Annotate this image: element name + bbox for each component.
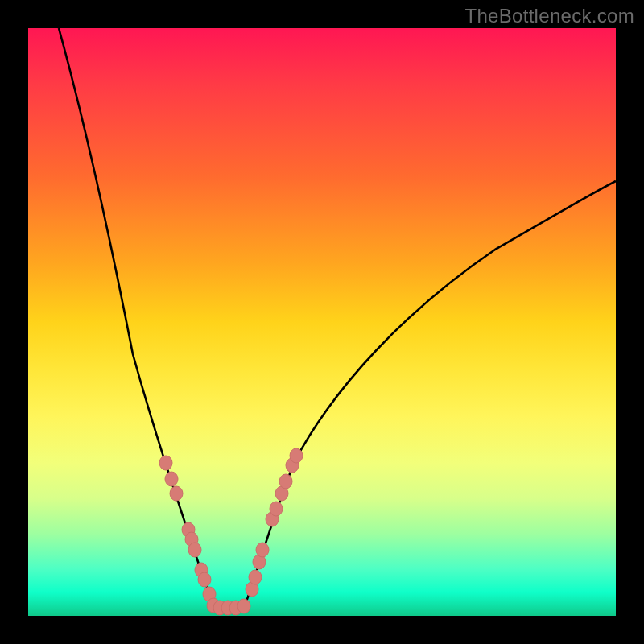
marker-dot <box>207 598 220 613</box>
marker-dot <box>213 601 226 615</box>
curve-valley-floor <box>215 608 244 610</box>
plot-area <box>28 28 616 616</box>
marker-dot <box>253 555 266 569</box>
marker-dot <box>275 486 288 501</box>
marker-dot <box>188 543 201 557</box>
marker-dot <box>229 601 242 615</box>
marker-dot <box>249 570 262 584</box>
marker-layer <box>159 448 303 615</box>
marker-dot <box>195 563 208 577</box>
marker-dot <box>198 572 211 587</box>
marker-dot <box>203 587 216 601</box>
curve-left-branch <box>59 28 215 608</box>
marker-dot <box>159 456 172 470</box>
marker-dot <box>256 543 269 557</box>
marker-dot <box>279 474 292 489</box>
chart-svg <box>28 28 616 616</box>
marker-dot <box>290 448 303 463</box>
curve-right-branch <box>244 181 616 608</box>
marker-dot <box>170 486 183 501</box>
marker-dot <box>246 582 258 597</box>
marker-dot <box>182 522 195 537</box>
marker-dot <box>286 458 299 473</box>
marker-dot <box>165 472 178 486</box>
watermark-text: TheBottleneck.com <box>464 5 634 27</box>
marker-dot <box>185 532 198 547</box>
marker-dot <box>270 502 283 516</box>
marker-dot <box>266 512 279 526</box>
marker-dot <box>237 599 250 613</box>
marker-dot <box>221 601 234 615</box>
chart-frame: TheBottleneck.com <box>0 0 644 644</box>
